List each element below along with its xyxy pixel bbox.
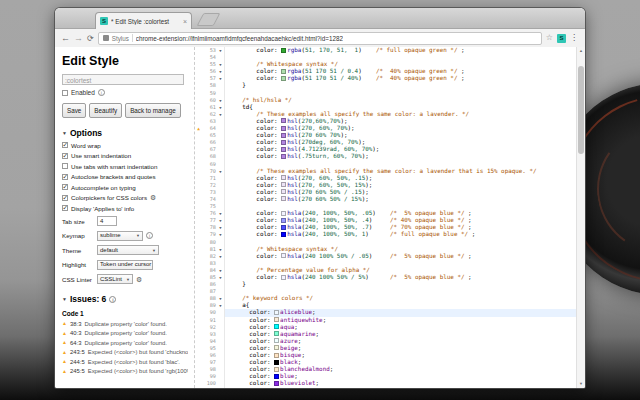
code-text[interactable]: color: hsl(.75turn, 60%, 70%); [225, 153, 576, 160]
fold-marker-icon[interactable]: ▼ [217, 47, 225, 54]
code-line[interactable]: 88▼ /* keyword colors */ [195, 295, 576, 302]
code-line[interactable]: 65 color: hsl(270 60% 70%); [195, 132, 576, 139]
style-name-input[interactable]: :colortest [62, 74, 184, 85]
button-back-to-manage[interactable]: Back to manage [125, 103, 181, 118]
issue-location[interactable]: 244:5 [70, 359, 85, 365]
color-swatch[interactable] [281, 232, 286, 237]
option-row[interactable]: Word wrap [62, 142, 188, 149]
code-text[interactable]: color: azure; [225, 338, 576, 345]
code-line[interactable]: 99 color: blue; [195, 373, 576, 380]
code-text[interactable]: color: hsla(240, 100%, 50%, 1) /* full o… [225, 231, 576, 238]
code-line[interactable]: 55▼ /* Whitespace syntax */ [195, 61, 576, 68]
button-beautify[interactable]: Beautify [89, 103, 122, 118]
option-checkbox[interactable] [62, 163, 68, 169]
code-text[interactable] [225, 260, 576, 267]
code-text[interactable]: color: blue; [225, 373, 576, 380]
code-line[interactable]: 95 color: beige; [195, 345, 576, 352]
code-text[interactable]: color: black; [225, 359, 576, 366]
code-editor[interactable]: 53▼ color: rgba(51, 170, 51, 1) /* full … [195, 47, 576, 388]
color-swatch[interactable] [274, 338, 279, 343]
code-line[interactable]: 72 color: hsl(270, 60%, 50%, 15%); [195, 182, 576, 189]
code-text[interactable]: } [225, 82, 576, 89]
code-line[interactable]: 97 color: black; [195, 359, 576, 366]
button-save[interactable]: Save [62, 103, 86, 118]
issue-location[interactable]: 38:3 [70, 321, 81, 327]
issues-info-icon[interactable]: i [109, 296, 116, 303]
code-line[interactable]: 60▼ /* hsl/hsla */ [195, 97, 576, 104]
code-text[interactable]: color: hsl(270deg, 60%, 70%); [225, 139, 576, 146]
code-line[interactable]: 82▼ color: hsla(240 100% 50% / .05) /* 5… [195, 253, 576, 260]
code-text[interactable]: /* hsl/hsla */ [225, 97, 576, 104]
fold-marker-icon[interactable]: ▼ [217, 217, 225, 224]
code-text[interactable]: color: blanchedalmond; [225, 366, 576, 373]
option-checkbox[interactable] [62, 153, 68, 159]
code-text[interactable]: /* keyword colors */ [225, 295, 576, 302]
code-text[interactable]: color: antiquewhite; [225, 317, 576, 324]
fold-marker-icon[interactable]: ▼ [217, 168, 225, 175]
color-swatch[interactable] [274, 324, 279, 329]
code-text[interactable]: color: hsl(4.71239rad, 60%, 70%); [225, 146, 576, 153]
code-line[interactable]: 74 color: hsl(270 60% 50% / 15%); [195, 196, 576, 203]
scrollbar-thumb[interactable] [578, 66, 584, 154]
issue-location[interactable]: 243:5 [70, 349, 85, 355]
code-line[interactable]: 54 [195, 54, 576, 61]
code-line[interactable]: 63 color: hsl(270,60%,70%); [195, 118, 576, 125]
code-text[interactable]: color: hsla(240 100% 50% / 5%) /* 5% opa… [225, 274, 576, 281]
code-line[interactable]: 57▼ color: rgba(51 170 51 / 40%) /* 40% … [195, 75, 576, 82]
code-text[interactable] [225, 54, 576, 61]
color-swatch[interactable] [281, 218, 286, 223]
code-text[interactable]: color: blueviolet; [225, 380, 576, 387]
code-text[interactable]: /* These examples all specify the same c… [225, 111, 576, 118]
fold-marker-icon[interactable]: ▼ [217, 68, 225, 75]
color-swatch[interactable] [281, 69, 286, 74]
fold-marker-icon[interactable]: ▼ [217, 295, 225, 302]
code-text[interactable]: color: aliceblue; [225, 309, 576, 316]
option-checkbox[interactable] [62, 195, 68, 201]
fold-marker-icon[interactable]: ▼ [217, 246, 225, 253]
issues-header[interactable]: ▼ Issues: 6 i [62, 294, 188, 304]
fold-marker-icon[interactable]: ▼ [217, 210, 225, 217]
code-line[interactable]: 70▼ /* These examples all specify the sa… [195, 168, 576, 175]
color-swatch[interactable] [281, 76, 286, 81]
back-icon[interactable]: ← [61, 34, 70, 43]
code-text[interactable]: color: hsla(240 100% 50% / .05) /* 5% op… [225, 253, 576, 260]
fold-marker-icon[interactable]: ▼ [217, 97, 225, 104]
code-line[interactable]: 79▼ color: hsla(240, 100%, 50%, 1) /* fu… [195, 231, 576, 238]
code-text[interactable]: color: hsl(270, 60%, 50%, 15%); [225, 182, 576, 189]
code-text[interactable]: color: hsl(270 60% 50% / .15); [225, 189, 576, 196]
color-swatch[interactable] [281, 140, 286, 145]
code-line[interactable]: 96 color: bisque; [195, 352, 576, 359]
issue-location[interactable]: 245:5 [70, 368, 85, 374]
issue-row[interactable]: ▲244:5Expected (<color>) but found 'blac… [62, 359, 188, 365]
fold-marker-icon[interactable]: ▼ [217, 104, 225, 111]
code-text[interactable]: color: hsl(270 60% 50% / 15%); [225, 196, 576, 203]
code-line[interactable]: 76▼ color: hsla(240, 100%, 50%, .05) /* … [195, 210, 576, 217]
issue-row[interactable]: ▲64:3Duplicate property 'color' found. [62, 340, 188, 346]
color-swatch[interactable] [274, 353, 279, 358]
code-text[interactable]: color: aqua; [225, 324, 576, 331]
code-line[interactable]: 83 [195, 260, 576, 267]
code-text[interactable]: color: rgba(51 170 51 / 40%) /* 40% opaq… [225, 75, 576, 82]
code-text[interactable] [225, 203, 576, 210]
code-text[interactable]: /* These examples all specify the same c… [225, 168, 576, 175]
code-line[interactable]: 58 } [195, 82, 576, 89]
code-line[interactable]: 78▼ color: hsla(240, 100%, 50%, .7) /* 7… [195, 224, 576, 231]
code-line[interactable]: 59 [195, 90, 576, 97]
code-text[interactable]: } [225, 281, 576, 288]
option-checkbox[interactable] [62, 142, 68, 148]
scrollbar-up-arrow-icon[interactable]: ▲ [577, 47, 585, 55]
reload-icon[interactable]: ⟳ [87, 34, 94, 43]
code-line[interactable]: 68 color: hsl(.75turn, 60%, 70%); [195, 153, 576, 160]
code-line[interactable]: ▲64 color: hsl(270, 60%, 70%); [195, 125, 576, 132]
vertical-scrollbar[interactable]: ▲ ▼ [576, 47, 585, 388]
forward-icon[interactable]: → [74, 34, 83, 43]
scrollbar-down-arrow-icon[interactable]: ▼ [577, 380, 585, 388]
code-line[interactable]: 80 [195, 239, 576, 246]
code-text[interactable]: td{ [225, 104, 576, 111]
code-line[interactable]: 71 color: hsl(270, 60%, 50%, .15); [195, 175, 576, 182]
field-select[interactable]: CSSLint▼ [97, 274, 133, 284]
field-select[interactable]: sublime▼ [97, 231, 143, 241]
code-line[interactable]: 91 color: antiquewhite; [195, 317, 576, 324]
issue-row[interactable]: ▲243:5Expected (<color>) but found 'chuc… [62, 349, 188, 355]
code-text[interactable] [225, 239, 576, 246]
